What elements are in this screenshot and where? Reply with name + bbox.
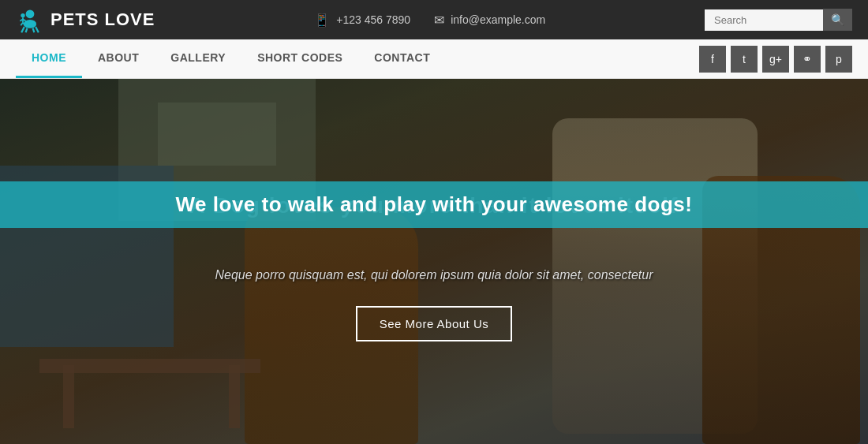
rss-button[interactable]: ⚭ bbox=[794, 46, 821, 73]
logo-icon bbox=[16, 6, 44, 34]
svg-line-2 bbox=[21, 27, 24, 32]
svg-line-5 bbox=[36, 27, 39, 32]
search-area: 🔍 bbox=[705, 9, 852, 31]
hero-section: A Dog loves you more than it loves itsel… bbox=[0, 79, 868, 444]
phone-icon: 📱 bbox=[314, 13, 330, 28]
hero-subtitle: Neque porro quisquam est, qui dolorem ip… bbox=[0, 268, 868, 282]
hero-content: Neque porro quisquam est, qui dolorem ip… bbox=[0, 268, 868, 341]
search-button[interactable]: 🔍 bbox=[823, 9, 852, 31]
nav-item-shortcodes[interactable]: SHORT CODES bbox=[241, 39, 358, 78]
logo-text: PETS LOVE bbox=[51, 9, 155, 30]
email-icon: ✉ bbox=[434, 13, 444, 28]
top-bar: PETS LOVE 📱 +123 456 7890 ✉ info@example… bbox=[0, 0, 868, 39]
facebook-button[interactable]: f bbox=[699, 46, 726, 73]
email-address: info@example.com bbox=[451, 13, 545, 26]
social-icons: f t g+ ⚭ p bbox=[699, 46, 852, 73]
svg-point-6 bbox=[21, 13, 24, 17]
svg-line-3 bbox=[26, 28, 28, 32]
svg-point-0 bbox=[26, 9, 35, 18]
nav-bar: HOME ABOUT GALLERY SHORT CODES CONTACT f… bbox=[0, 39, 868, 79]
hero-overlay bbox=[0, 79, 868, 444]
email-info: ✉ info@example.com bbox=[434, 13, 545, 28]
hero-main-text: We love to walk and play with your aweso… bbox=[176, 192, 693, 216]
pinterest-button[interactable]: p bbox=[825, 46, 852, 73]
logo-area: PETS LOVE bbox=[16, 6, 155, 34]
nav-links: HOME ABOUT GALLERY SHORT CODES CONTACT bbox=[16, 39, 446, 78]
svg-line-4 bbox=[33, 28, 35, 32]
search-input[interactable] bbox=[705, 9, 823, 31]
nav-item-contact[interactable]: CONTACT bbox=[358, 39, 446, 78]
hero-banner: We love to walk and play with your aweso… bbox=[0, 181, 868, 228]
nav-item-home[interactable]: HOME bbox=[16, 39, 82, 78]
google-plus-button[interactable]: g+ bbox=[762, 46, 789, 73]
nav-item-gallery[interactable]: GALLERY bbox=[155, 39, 241, 78]
twitter-button[interactable]: t bbox=[731, 46, 758, 73]
phone-number: +123 456 7890 bbox=[336, 13, 410, 26]
phone-info: 📱 +123 456 7890 bbox=[314, 13, 410, 28]
contact-info: 📱 +123 456 7890 ✉ info@example.com bbox=[155, 13, 705, 28]
see-more-button[interactable]: See More About Us bbox=[356, 306, 513, 341]
nav-item-about[interactable]: ABOUT bbox=[82, 39, 155, 78]
